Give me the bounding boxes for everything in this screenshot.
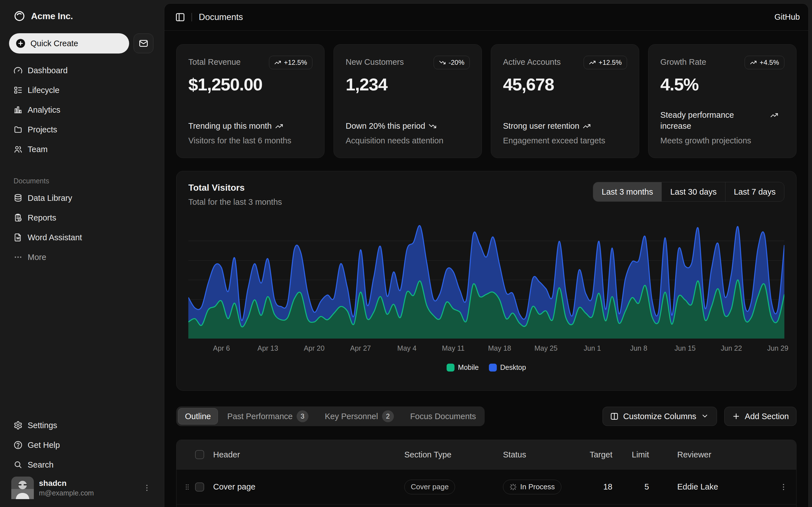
stat-foot-title: Trending up this month — [188, 121, 272, 131]
trending-up-icon — [589, 59, 596, 66]
stat-foot-desc: Meets growth projections — [660, 136, 784, 145]
cell-limit[interactable]: 5 — [619, 482, 655, 492]
folder-icon — [13, 125, 22, 134]
select-all-checkbox[interactable] — [195, 450, 204, 459]
tab-past-performance[interactable]: Past Performance 3 — [220, 408, 315, 425]
x-tick: Jun 29 — [767, 344, 788, 352]
main-nav: Dashboard Lifecycle Analytics Projects T… — [9, 61, 153, 158]
stat-foot-desc: Visitors for the last 6 months — [188, 136, 312, 145]
legend-item-desktop: Desktop — [489, 363, 526, 372]
cell-target[interactable]: 18 — [588, 482, 619, 492]
sidebar-item-get-help[interactable]: Get Help — [9, 436, 153, 454]
cell-header[interactable]: Cover page — [213, 482, 404, 492]
sidebar-item-label: Get Help — [28, 441, 60, 450]
sidebar-item-analytics[interactable]: Analytics — [9, 101, 153, 119]
stat-value: $1,250.00 — [188, 74, 312, 94]
database-icon — [13, 193, 22, 203]
range-last-7-days[interactable]: Last 7 days — [725, 182, 784, 202]
drag-handle-icon[interactable] — [179, 483, 195, 491]
sidebar-item-team[interactable]: Team — [9, 140, 153, 158]
sidebar: Acme Inc. Quick Create Dashboard Lifecyc… — [0, 0, 162, 507]
sidebar-item-projects[interactable]: Projects — [9, 121, 153, 138]
tab-count-badge: 3 — [297, 410, 308, 422]
section-type-badge: Cover page — [404, 480, 455, 494]
view-tabs: Outline Past Performance 3 Key Personnel… — [176, 406, 485, 426]
x-tick: Apr 20 — [304, 344, 324, 352]
cell-reviewer[interactable]: Eddie Lake — [655, 482, 774, 492]
legend-label: Desktop — [500, 363, 526, 372]
x-tick: Jun 1 — [583, 344, 601, 352]
range-last-3-months[interactable]: Last 3 months — [593, 182, 661, 202]
trend-badge: +4.5% — [745, 56, 784, 69]
divider — [192, 13, 192, 21]
sidebar-item-search[interactable]: Search — [9, 456, 153, 474]
sidebar-item-reports[interactable]: Reports — [9, 209, 153, 227]
x-tick: May 4 — [397, 344, 416, 352]
sidebar-item-label: Analytics — [28, 105, 60, 115]
row-menu-button[interactable] — [774, 483, 794, 491]
plus-circle-icon — [15, 38, 26, 49]
sidebar-item-label: Data Library — [28, 193, 72, 203]
sidebar-item-label: Reports — [28, 213, 56, 223]
row-checkbox[interactable] — [195, 483, 204, 492]
page-title: Documents — [199, 12, 243, 22]
plus-icon — [732, 412, 741, 420]
trend-badge: -20% — [434, 56, 470, 69]
quick-create-button[interactable]: Quick Create — [9, 33, 129, 54]
legend-swatch-desktop — [489, 363, 497, 372]
ellipsis-icon — [13, 252, 22, 262]
status-badge: In Process — [503, 480, 561, 494]
org-switcher[interactable]: Acme Inc. — [9, 7, 153, 25]
trend-badge-value: +12.5% — [599, 59, 622, 66]
stat-label: New Customers — [346, 56, 404, 67]
columns-icon — [610, 412, 619, 420]
visitors-chart-svg — [188, 221, 784, 339]
tab-outline[interactable]: Outline — [178, 408, 218, 425]
stat-card-new-customers: New Customers -20% 1,234 Down 20% this p… — [334, 44, 482, 158]
content: Total Revenue +12.5% $1,250.00 Trending … — [164, 31, 808, 507]
trend-badge-value: +12.5% — [284, 59, 307, 66]
sections-table: Header Section Type Status Target Limit … — [176, 440, 797, 507]
more-vertical-icon[interactable] — [143, 484, 151, 492]
customize-columns-button[interactable]: Customize Columns — [603, 407, 717, 426]
panel-left-icon — [175, 12, 185, 22]
tab-focus-documents[interactable]: Focus Documents — [403, 408, 483, 425]
user-menu[interactable]: shadcn m@example.com — [9, 474, 153, 499]
trending-up-icon — [770, 111, 778, 119]
sidebar-item-more[interactable]: More — [9, 248, 153, 266]
github-link[interactable]: GitHub — [774, 12, 800, 22]
tab-label: Focus Documents — [410, 412, 476, 421]
sidebar-item-label: Team — [28, 145, 48, 154]
sidebar-item-settings[interactable]: Settings — [9, 416, 153, 434]
sidebar-item-label: More — [28, 252, 46, 262]
sidebar-item-lifecycle[interactable]: Lifecycle — [9, 81, 153, 99]
trending-up-icon — [583, 122, 591, 130]
sidebar-item-data-library[interactable]: Data Library — [9, 189, 153, 207]
tab-key-personnel[interactable]: Key Personnel 2 — [318, 408, 401, 425]
stat-card-active-accounts: Active Accounts +12.5% 45,678 Strong use… — [491, 44, 639, 158]
sidebar-item-word-assistant[interactable]: Word Assistant — [9, 228, 153, 246]
stat-foot-desc: Engagement exceed targets — [503, 136, 627, 145]
x-tick: May 11 — [442, 344, 464, 352]
users-icon — [13, 145, 22, 154]
sidebar-item-dashboard[interactable]: Dashboard — [9, 61, 153, 79]
trend-badge-value: +4.5% — [760, 59, 779, 66]
trending-down-icon — [428, 122, 437, 130]
chevron-down-icon — [701, 412, 709, 420]
area-chart[interactable] — [188, 221, 784, 339]
table-row[interactable]: Cover page Cover page In Process 18 5 Ed… — [176, 469, 796, 504]
clipboard-report-icon — [13, 213, 22, 222]
col-status: Status — [503, 450, 588, 459]
stat-card-growth-rate: Growth Rate +4.5% 4.5% Steady performanc… — [648, 44, 797, 158]
loader-icon — [509, 483, 517, 491]
sidebar-item-label: Word Assistant — [28, 233, 82, 242]
table-row[interactable]: Table of contents Table of contents Done… — [176, 504, 796, 507]
sidebar-section-label: Documents — [9, 177, 153, 185]
add-section-button[interactable]: Add Section — [724, 407, 797, 426]
inbox-button[interactable] — [134, 34, 153, 53]
range-last-30-days[interactable]: Last 30 days — [661, 182, 725, 202]
sidebar-toggle-button[interactable] — [173, 10, 188, 24]
chart-legend: Mobile Desktop — [188, 363, 784, 372]
col-limit: Limit — [619, 450, 655, 459]
col-target: Target — [588, 450, 619, 459]
